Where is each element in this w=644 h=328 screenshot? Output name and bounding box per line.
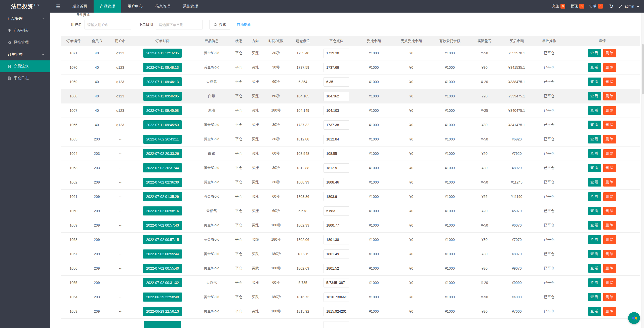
view-button[interactable]: 查看 bbox=[588, 106, 601, 115]
hamburger-icon[interactable]: ☰ bbox=[50, 0, 66, 13]
username-input[interactable] bbox=[85, 20, 131, 29]
sidebar-item[interactable]: 平仓日志 bbox=[0, 72, 50, 84]
view-button[interactable]: 查看 bbox=[588, 78, 601, 86]
order-time-button[interactable]: 2022-07-02 20:43:11 bbox=[143, 135, 182, 144]
topbar-stat[interactable]: 提现0 bbox=[571, 4, 584, 9]
close-point-input[interactable] bbox=[324, 249, 349, 259]
sidebar-group-title[interactable]: 订单管理 bbox=[0, 48, 50, 60]
order-time-button[interactable]: 2022-07-02 01:35:29 bbox=[143, 192, 182, 201]
sidebar-item[interactable]: 风控管理 bbox=[0, 37, 50, 48]
close-point-input[interactable] bbox=[324, 307, 349, 316]
delete-button[interactable]: 删除 bbox=[603, 135, 616, 143]
order-time-button[interactable]: 2022-07-11 09:45:50 bbox=[143, 120, 182, 129]
view-button[interactable]: 查看 bbox=[588, 164, 601, 172]
delete-button[interactable]: 删除 bbox=[603, 264, 616, 273]
top-menu-item[interactable]: 后台首页 bbox=[66, 0, 94, 13]
order-time-button[interactable] bbox=[144, 321, 181, 328]
close-point-input[interactable] bbox=[324, 77, 349, 87]
topbar-stat[interactable]: 订单0 bbox=[590, 4, 603, 9]
view-button[interactable]: 查看 bbox=[588, 149, 601, 158]
close-point-input[interactable] bbox=[324, 106, 349, 115]
close-point-input[interactable] bbox=[324, 206, 349, 216]
order-time-button[interactable]: 2022-07-02 00:57:15 bbox=[143, 235, 182, 244]
view-button[interactable]: 查看 bbox=[588, 63, 601, 72]
view-button[interactable]: 查看 bbox=[588, 264, 601, 273]
view-button[interactable]: 查看 bbox=[588, 135, 601, 143]
order-time-button[interactable]: 2022-07-02 00:31:32 bbox=[143, 278, 182, 287]
top-menu-item[interactable]: 用户中心 bbox=[121, 0, 149, 13]
close-point-input[interactable] bbox=[324, 163, 349, 173]
top-menu-item[interactable]: 信息管理 bbox=[149, 0, 177, 13]
top-menu-item[interactable]: 产品管理 bbox=[94, 0, 121, 13]
view-button[interactable]: 查看 bbox=[588, 250, 601, 258]
delete-button[interactable]: 删除 bbox=[603, 63, 616, 72]
order-time-button[interactable]: 2022-06-29 22:58:48 bbox=[143, 293, 182, 302]
user-menu[interactable]: admin bbox=[619, 4, 639, 9]
delete-button[interactable]: 删除 bbox=[603, 106, 616, 115]
delete-button[interactable]: 删除 bbox=[603, 121, 616, 129]
order-time-button[interactable]: 2022-07-02 00:58:16 bbox=[143, 206, 182, 215]
view-button[interactable]: 查看 bbox=[588, 207, 601, 215]
view-button[interactable]: 查看 bbox=[588, 307, 601, 316]
sidebar-item[interactable]: 交易流水 bbox=[0, 60, 50, 72]
view-button[interactable]: 查看 bbox=[588, 278, 601, 287]
order-time-button[interactable]: 2022-07-11 09:45:58 bbox=[143, 106, 182, 115]
order-time-button[interactable]: 2022-07-02 20:33:26 bbox=[143, 149, 182, 158]
order-time-button[interactable]: 2022-07-11 12:16:35 bbox=[143, 49, 182, 58]
view-button[interactable]: 查看 bbox=[588, 121, 601, 129]
delete-button[interactable]: 删除 bbox=[603, 78, 616, 86]
delete-button[interactable]: 删除 bbox=[603, 293, 616, 301]
close-point-input[interactable] bbox=[324, 264, 349, 273]
auto-refresh-link[interactable]: 自动刷新 bbox=[237, 22, 251, 27]
delete-button[interactable]: 删除 bbox=[603, 92, 616, 100]
order-date-input[interactable] bbox=[156, 20, 203, 29]
top-menu-item[interactable]: 系统管理 bbox=[177, 0, 204, 13]
close-point-input[interactable] bbox=[324, 221, 349, 230]
close-point-input[interactable] bbox=[324, 135, 349, 144]
delete-button[interactable]: 删除 bbox=[603, 192, 616, 201]
sidebar-group-title[interactable]: 产品管理 bbox=[0, 13, 50, 25]
view-button[interactable]: 查看 bbox=[588, 192, 601, 201]
sound-toggle-button[interactable] bbox=[628, 312, 640, 324]
delete-button[interactable]: 删除 bbox=[603, 235, 616, 244]
sidebar-item[interactable]: 产品列表 bbox=[0, 25, 50, 37]
delete-button[interactable]: 删除 bbox=[603, 207, 616, 215]
close-point-input[interactable] bbox=[324, 149, 349, 158]
order-time-button[interactable]: 2022-07-11 09:46:13 bbox=[143, 77, 182, 86]
close-point-input[interactable] bbox=[324, 178, 349, 187]
view-button[interactable]: 查看 bbox=[588, 178, 601, 187]
refresh-icon[interactable]: ↻ bbox=[609, 3, 614, 9]
view-button[interactable]: 查看 bbox=[588, 293, 601, 301]
order-time-button[interactable]: 2022-07-11 09:46:05 bbox=[143, 92, 182, 101]
view-button[interactable]: 查看 bbox=[588, 92, 601, 100]
close-point-input[interactable] bbox=[324, 63, 349, 72]
topbar-stat[interactable]: 充值0 bbox=[552, 4, 565, 9]
order-time-button[interactable]: 2022-07-02 00:55:40 bbox=[143, 264, 182, 273]
close-point-input[interactable] bbox=[324, 192, 349, 201]
view-button[interactable]: 查看 bbox=[588, 235, 601, 244]
order-time-button[interactable]: 2022-07-02 00:57:43 bbox=[143, 221, 182, 230]
delete-button[interactable]: 删除 bbox=[603, 278, 616, 287]
search-button[interactable]: 搜索 bbox=[210, 20, 230, 29]
delete-button[interactable]: 删除 bbox=[603, 164, 616, 172]
delete-button[interactable]: 删除 bbox=[603, 49, 616, 57]
delete-button[interactable]: 删除 bbox=[603, 178, 616, 187]
view-button[interactable]: 查看 bbox=[588, 49, 601, 57]
order-time-button[interactable]: 2022-06-29 22:56:13 bbox=[143, 307, 182, 316]
delete-button[interactable]: 删除 bbox=[603, 307, 616, 316]
close-point-input[interactable] bbox=[324, 235, 349, 244]
close-point-input[interactable] bbox=[324, 321, 349, 328]
delete-button[interactable]: 删除 bbox=[603, 250, 616, 258]
order-time-button[interactable]: 2022-07-11 09:48:13 bbox=[143, 63, 182, 72]
view-button[interactable]: 查看 bbox=[588, 221, 601, 230]
close-point-input[interactable] bbox=[324, 49, 349, 58]
close-point-input[interactable] bbox=[324, 92, 349, 101]
delete-button[interactable]: 删除 bbox=[603, 149, 616, 158]
order-time-button[interactable]: 2022-07-02 20:31:44 bbox=[143, 163, 182, 172]
order-time-button[interactable]: 2022-07-02 02:36:39 bbox=[143, 178, 182, 187]
scrollbar-thumb[interactable] bbox=[642, 44, 644, 94]
close-point-input[interactable] bbox=[324, 278, 349, 287]
delete-button[interactable]: 删除 bbox=[603, 221, 616, 230]
close-point-input[interactable] bbox=[324, 293, 349, 302]
close-point-input[interactable] bbox=[324, 120, 349, 130]
